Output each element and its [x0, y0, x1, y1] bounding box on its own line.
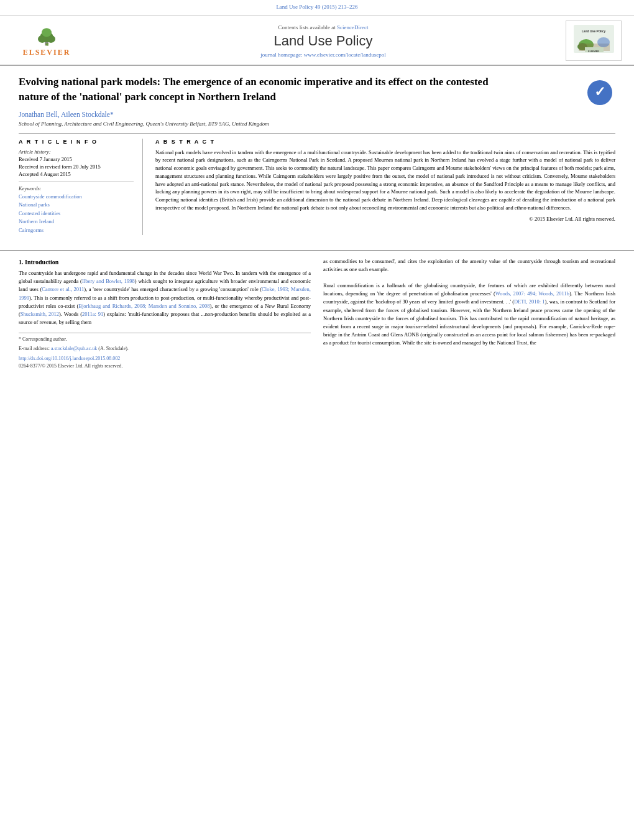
- section-1-heading: 1. Introduction: [19, 257, 311, 267]
- info-abstract-row: A R T I C L E I N F O Article history: R…: [19, 133, 615, 235]
- abstract-text: National park models have evolved in tan…: [155, 149, 615, 212]
- col-left: 1. Introduction The countryside has unde…: [19, 257, 311, 371]
- keyword-5: Cairngorms: [19, 226, 134, 235]
- article-area: Evolving national park models: The emerg…: [0, 66, 634, 241]
- copyright-line: © 2015 Elsevier Ltd. All rights reserved…: [155, 216, 615, 222]
- svg-text:✓: ✓: [594, 84, 605, 99]
- abstract-col: A B S T R A C T National park models hav…: [155, 139, 615, 235]
- article-info: A R T I C L E I N F O Article history: R…: [19, 139, 143, 235]
- main-content: 1. Introduction The countryside has unde…: [0, 257, 634, 371]
- section-1-right-text: as commodities to be consumed', and cite…: [323, 257, 615, 348]
- svg-point-4: [42, 28, 52, 37]
- info-divider: [19, 181, 134, 182]
- svg-text:ELSEVIER: ELSEVIER: [588, 50, 599, 53]
- contents-available: Contents lists available at ScienceDirec…: [81, 24, 566, 30]
- keywords-list: Countryside commodification National par…: [19, 193, 134, 235]
- journal-ref: Land Use Policy 49 (2015) 213–226: [12, 4, 622, 10]
- col-right: as commodities to be consumed', and cite…: [323, 257, 615, 371]
- svg-text:Land Use Policy: Land Use Policy: [581, 29, 605, 33]
- section-1-left-text: The countryside has undergone rapid and …: [19, 269, 311, 326]
- journal-title: Land Use Policy: [81, 33, 566, 49]
- title-row: Evolving national park models: The emerg…: [19, 75, 615, 111]
- abstract-title: A B S T R A C T: [155, 139, 615, 145]
- top-bar: Land Use Policy 49 (2015) 213–226 🌿 ELSE…: [0, 0, 634, 66]
- keyword-1: Countryside commodification: [19, 193, 134, 201]
- keyword-3: Contested identities: [19, 210, 134, 218]
- corresponding-author: * Corresponding author.: [19, 336, 311, 343]
- copyright-footer: 0264-8377/© 2015 Elsevier Ltd. All right…: [19, 362, 311, 370]
- received-date: Received 7 January 2015: [19, 156, 134, 162]
- affiliation: School of Planning, Architecture and Civ…: [19, 121, 615, 127]
- journal-header-center: Contents lists available at ScienceDirec…: [81, 24, 566, 58]
- authors: Jonathan Bell, Aileen Stockdale*: [19, 111, 615, 118]
- elsevier-label: ELSEVIER: [23, 48, 71, 57]
- keyword-2: National parks: [19, 201, 134, 210]
- accepted-date: Accepted 4 August 2015: [19, 171, 134, 177]
- doi-line: http://dx.doi.org/10.1016/j.landusepol.2…: [19, 355, 311, 362]
- history-label: Article history:: [19, 149, 134, 155]
- journal-logo-text: Land Use Policy ELSEVIER: [574, 25, 614, 55]
- crossmark-box[interactable]: ✓: [584, 77, 615, 108]
- keywords-label: Keywords:: [19, 185, 134, 192]
- article-info-title: A R T I C L E I N F O: [19, 139, 134, 145]
- svg-point-11: [597, 37, 610, 47]
- email-line: E-mail address: a.stockdale@qub.ac.uk (A…: [19, 345, 311, 353]
- article-title: Evolving national park models: The emerg…: [19, 75, 491, 104]
- homepage-line: journal homepage: www.elsevier.com/locat…: [81, 52, 566, 58]
- revised-date: Received in revised form 20 July 2015: [19, 164, 134, 170]
- keyword-4: Northern Ireland: [19, 218, 134, 226]
- footnote-area: * Corresponding author. E-mail address: …: [19, 333, 311, 353]
- journal-logo-box: Land Use Policy ELSEVIER: [566, 21, 622, 61]
- section-separator: [0, 250, 634, 251]
- elsevier-logo: 🌿 ELSEVIER: [12, 22, 81, 60]
